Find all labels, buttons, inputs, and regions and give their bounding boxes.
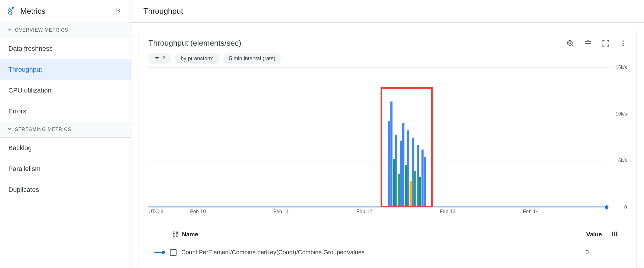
x-tick: Feb 11 xyxy=(273,209,357,215)
svg-point-8 xyxy=(622,42,624,44)
main-content: Throughput Throughput (elements/sec) xyxy=(131,0,644,268)
legend-toggle-button[interactable] xyxy=(584,39,592,47)
sidebar: Metrics OVERVIEW METRICS Data freshness … xyxy=(0,0,131,268)
page-title: Throughput xyxy=(131,0,644,23)
chart-title: Throughput (elements/sec) xyxy=(148,38,566,48)
nav-parallelism[interactable]: Parallelism xyxy=(0,158,131,179)
chart-plot-area[interactable]: 15k/s 10k/s 5k/s 0 xyxy=(148,67,627,207)
chart-data-cluster xyxy=(388,87,426,207)
nav-backlog[interactable]: Backlog xyxy=(0,138,131,158)
chevron-down-icon xyxy=(7,27,12,33)
series-name: Count.PerElement/Combine.perKey(Count)/C… xyxy=(181,249,581,256)
nav-duplicates[interactable]: Duplicates xyxy=(0,179,131,200)
chart-x-axis: UTC-8 Feb 10 Feb 11 Feb 12 Feb 13 Feb 14 xyxy=(148,209,627,215)
svg-rect-18 xyxy=(614,232,615,236)
reset-zoom-button[interactable] xyxy=(566,39,574,47)
section-label: OVERVIEW METRICS xyxy=(15,27,68,33)
x-tick: Feb 13 xyxy=(440,209,523,215)
grid-icon xyxy=(172,231,179,238)
metrics-icon xyxy=(7,6,16,16)
x-tick: Feb 14 xyxy=(523,209,606,215)
svg-point-1 xyxy=(9,12,11,14)
y-tick: 10k/s xyxy=(616,111,627,117)
x-tick: Feb 10 xyxy=(190,209,273,215)
group-by-chip[interactable]: by ptransform xyxy=(175,53,220,64)
chart-baseline xyxy=(148,207,606,207)
gridline xyxy=(148,67,606,68)
table-row[interactable]: Count.PerElement/Combine.perKey(Count)/C… xyxy=(148,243,627,262)
gridline xyxy=(148,161,606,161)
sidebar-title: Metrics xyxy=(20,7,109,16)
section-overview-metrics[interactable]: OVERVIEW METRICS xyxy=(0,22,131,38)
filter-count-chip[interactable]: 2 xyxy=(148,53,171,64)
more-options-button[interactable] xyxy=(619,39,627,47)
chevron-down-icon xyxy=(7,127,12,133)
timezone-label: UTC-8 xyxy=(148,209,190,215)
svg-rect-15 xyxy=(173,235,175,237)
y-tick: 5k/s xyxy=(618,158,627,163)
filter-icon xyxy=(154,56,160,61)
chart-title-row: Throughput (elements/sec) xyxy=(148,38,627,48)
svg-point-9 xyxy=(622,45,624,46)
collapse-sidebar-button[interactable] xyxy=(114,5,124,17)
value-column-header[interactable]: Value xyxy=(586,231,602,238)
nav-cpu-utilization[interactable]: CPU utilization xyxy=(0,80,131,101)
x-tick: Feb 12 xyxy=(356,209,440,215)
series-color-swatch xyxy=(153,252,165,253)
svg-point-0 xyxy=(13,7,14,8)
section-label: STREAMING METRICS xyxy=(15,127,71,132)
series-value: 0 xyxy=(585,249,589,256)
chart-actions xyxy=(566,39,627,47)
y-tick: 0 xyxy=(624,205,627,210)
columns-icon[interactable] xyxy=(611,230,618,238)
svg-point-7 xyxy=(622,40,624,41)
legend-table-header: Name Value xyxy=(148,224,627,243)
y-tick: 15k/s xyxy=(616,65,627,70)
svg-rect-19 xyxy=(616,232,617,236)
svg-line-2 xyxy=(11,14,12,15)
sidebar-header: Metrics xyxy=(0,0,131,22)
svg-point-4 xyxy=(568,40,572,45)
svg-rect-16 xyxy=(176,235,178,237)
interval-chip[interactable]: 5 min interval (rate) xyxy=(223,53,281,64)
svg-rect-17 xyxy=(612,232,613,236)
fullscreen-button[interactable] xyxy=(602,39,610,47)
series-checkbox[interactable] xyxy=(170,249,177,256)
nav-data-freshness[interactable]: Data freshness xyxy=(0,38,131,59)
throughput-chart-card: Throughput (elements/sec) xyxy=(139,30,637,268)
name-column-header[interactable]: Name xyxy=(172,231,586,238)
gridline xyxy=(148,114,606,114)
nav-errors[interactable]: Errors xyxy=(0,101,131,122)
nav-throughput[interactable]: Throughput xyxy=(0,59,131,80)
section-streaming-metrics[interactable]: STREAMING METRICS xyxy=(0,122,131,138)
chart-filter-chips: 2 by ptransform 5 min interval (rate) xyxy=(148,53,627,64)
filter-count: 2 xyxy=(162,56,165,62)
svg-line-5 xyxy=(572,44,574,46)
svg-rect-13 xyxy=(173,232,175,234)
name-header-text: Name xyxy=(182,231,198,238)
